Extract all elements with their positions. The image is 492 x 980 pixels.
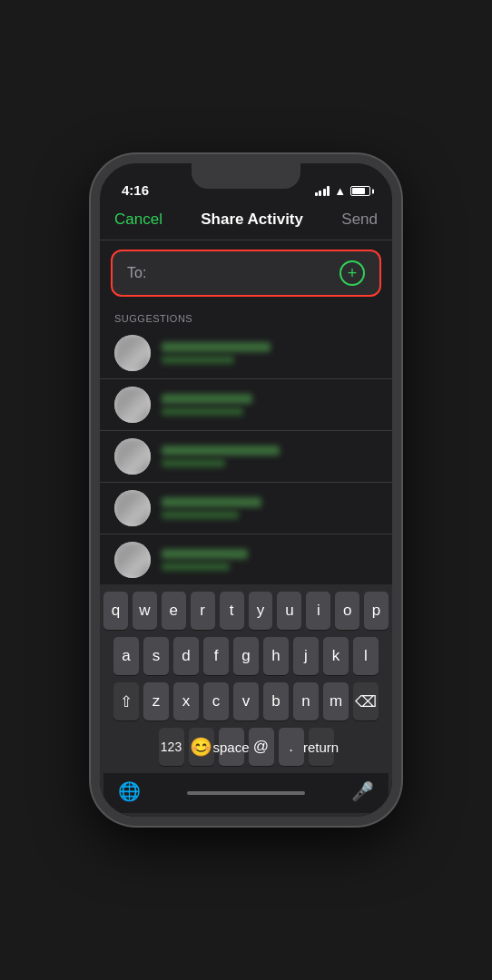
keyboard-row-4: 123 😊 space @ . return bbox=[103, 728, 389, 766]
contact-name bbox=[162, 549, 248, 559]
key-g[interactable]: g bbox=[233, 637, 259, 675]
space-key[interactable]: space bbox=[219, 728, 244, 766]
key-v[interactable]: v bbox=[233, 682, 259, 720]
contact-sub bbox=[162, 407, 243, 416]
contact-name bbox=[162, 342, 271, 352]
contact-info bbox=[162, 342, 378, 364]
key-n[interactable]: n bbox=[293, 682, 319, 720]
key-s[interactable]: s bbox=[143, 637, 169, 675]
avatar bbox=[114, 438, 151, 475]
list-item[interactable] bbox=[100, 379, 392, 431]
emoji-key[interactable]: 😊 bbox=[189, 728, 214, 766]
avatar bbox=[114, 542, 151, 578]
contact-sub bbox=[162, 563, 230, 571]
cancel-button[interactable]: Cancel bbox=[114, 211, 162, 229]
navigation-header: Cancel Share Activity Send bbox=[100, 203, 392, 240]
key-p[interactable]: p bbox=[364, 592, 389, 630]
key-c[interactable]: c bbox=[203, 682, 229, 720]
key-h[interactable]: h bbox=[263, 637, 289, 675]
numbers-key[interactable]: 123 bbox=[159, 728, 184, 766]
notch bbox=[192, 163, 300, 189]
shift-key[interactable]: ⇧ bbox=[113, 682, 139, 720]
delete-icon: ⌫ bbox=[355, 692, 377, 711]
keyboard-row-2: a s d f g h j k l bbox=[103, 637, 389, 675]
contact-name bbox=[162, 394, 252, 404]
add-recipient-button[interactable]: + bbox=[339, 260, 365, 286]
contact-info bbox=[162, 446, 378, 467]
key-a[interactable]: a bbox=[113, 637, 139, 675]
key-x[interactable]: x bbox=[173, 682, 199, 720]
emoji-icon: 😊 bbox=[190, 736, 212, 758]
status-time: 4:16 bbox=[122, 182, 149, 198]
key-o[interactable]: o bbox=[335, 592, 359, 630]
key-i[interactable]: i bbox=[306, 592, 330, 630]
key-y[interactable]: y bbox=[249, 592, 273, 630]
key-t[interactable]: t bbox=[220, 592, 244, 630]
delete-key[interactable]: ⌫ bbox=[353, 682, 379, 720]
status-icons: ▲ bbox=[315, 184, 370, 198]
mic-icon[interactable]: 🎤 bbox=[351, 780, 374, 802]
to-field-container: To: + bbox=[111, 250, 381, 297]
key-f[interactable]: f bbox=[203, 637, 229, 675]
period-key[interactable]: . bbox=[279, 728, 304, 766]
contact-info bbox=[162, 497, 378, 519]
list-item[interactable] bbox=[100, 483, 392, 534]
contact-name bbox=[162, 446, 280, 456]
key-l[interactable]: l bbox=[353, 637, 379, 675]
key-q[interactable]: q bbox=[103, 592, 128, 630]
contact-sub bbox=[162, 511, 239, 519]
contact-sub bbox=[162, 356, 234, 364]
shift-icon: ⇧ bbox=[120, 692, 133, 711]
list-item[interactable] bbox=[100, 534, 392, 584]
contact-info bbox=[162, 394, 378, 416]
key-z[interactable]: z bbox=[143, 682, 169, 720]
key-e[interactable]: e bbox=[162, 592, 186, 630]
contact-name bbox=[162, 497, 261, 507]
avatar bbox=[114, 335, 151, 371]
signal-icon bbox=[315, 186, 330, 196]
wifi-icon: ▲ bbox=[334, 184, 346, 198]
send-button[interactable]: Send bbox=[341, 211, 378, 229]
keyboard-row-3: ⇧ z x c v b n m ⌫ bbox=[103, 682, 389, 720]
key-j[interactable]: j bbox=[293, 637, 319, 675]
list-item[interactable] bbox=[100, 328, 392, 379]
to-input[interactable] bbox=[150, 265, 332, 281]
to-label: To: bbox=[127, 265, 146, 281]
phone-frame: 4:16 ▲ Cancel Share Activity Send bbox=[91, 154, 401, 826]
plus-icon: + bbox=[348, 264, 358, 283]
contact-sub bbox=[162, 459, 225, 467]
keyboard-bottom-bar: 🌐 🎤 bbox=[103, 773, 389, 813]
return-key[interactable]: return bbox=[309, 728, 334, 766]
keyboard: q w e r t y u i o p a s d f g h j k bbox=[100, 584, 392, 817]
key-r[interactable]: r bbox=[191, 592, 215, 630]
page-title: Share Activity bbox=[201, 211, 303, 229]
contact-info bbox=[162, 549, 378, 571]
avatar bbox=[114, 387, 151, 423]
home-indicator bbox=[187, 791, 305, 795]
list-item[interactable] bbox=[100, 431, 392, 483]
at-key[interactable]: @ bbox=[249, 728, 274, 766]
key-w[interactable]: w bbox=[133, 592, 157, 630]
key-k[interactable]: k bbox=[323, 637, 349, 675]
globe-icon[interactable]: 🌐 bbox=[118, 780, 141, 802]
phone-screen: 4:16 ▲ Cancel Share Activity Send bbox=[100, 163, 392, 817]
keyboard-row-1: q w e r t y u i o p bbox=[103, 592, 389, 630]
key-b[interactable]: b bbox=[263, 682, 289, 720]
suggestions-label: SUGGESTIONS bbox=[100, 306, 392, 328]
avatar bbox=[114, 490, 151, 526]
suggestions-list bbox=[100, 328, 392, 584]
key-m[interactable]: m bbox=[323, 682, 349, 720]
key-d[interactable]: d bbox=[173, 637, 199, 675]
battery-icon bbox=[350, 186, 370, 196]
key-u[interactable]: u bbox=[277, 592, 301, 630]
